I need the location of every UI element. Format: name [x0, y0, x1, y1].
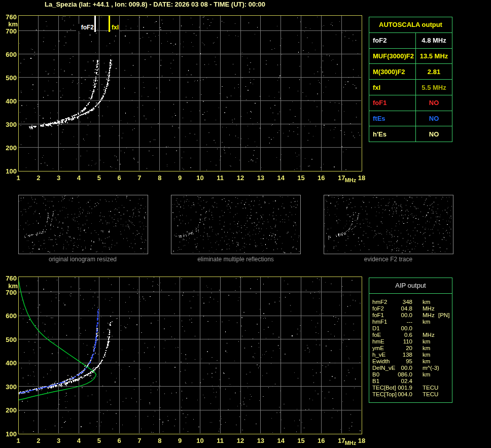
autoscala-row-fof1: foF1NO: [369, 95, 452, 111]
aip-value: 348: [395, 299, 412, 305]
aip-row-h-ve: h_vE138km: [369, 352, 452, 358]
aip-unit: km: [423, 338, 430, 344]
aip-label: B0: [372, 371, 379, 377]
autoscala-row-value: NO: [415, 111, 452, 126]
aip-unit: MHz: [423, 312, 435, 318]
aip-output-table: AIP output hmF2348kmfoF204.8MHzfoF100.0M…: [369, 278, 452, 403]
x-tick-label: 15: [295, 437, 307, 444]
aip-value: 004.0: [395, 391, 412, 397]
x-tick-label: 16: [315, 437, 327, 444]
aip-unit: km: [423, 358, 430, 364]
aip-value: 20: [395, 345, 412, 351]
autoscala-table-header: AUTOSCALA output: [369, 17, 452, 32]
aip-unit: km: [423, 345, 430, 351]
aip-value: 001.9: [395, 385, 412, 391]
aip-label: hmF1: [372, 319, 387, 325]
aip-value: 02.4: [395, 378, 412, 384]
autoscala-row-value: NO: [415, 95, 452, 111]
aip-row-hmf1: hmF1---km: [369, 319, 452, 325]
aip-row-tec-bot-: TEC[Bot]001.9TECU: [369, 385, 452, 391]
autoscala-row-value: 2.81: [415, 64, 452, 79]
window-title: La_Spezia (lat: +44.1 , lon: 009.8) - DA…: [45, 1, 265, 8]
aip-label: TEC[Bot]: [372, 385, 396, 391]
y-axis-unit-label: km: [2, 282, 18, 290]
y-tick-label: 700: [2, 289, 17, 296]
aip-row-hmf2: hmF2348km: [369, 299, 452, 305]
aip-row-foe: foE0.6MHz: [369, 332, 452, 338]
aip-value: 138: [395, 352, 412, 358]
autoscala-row-label: h'Es: [369, 126, 415, 142]
aip-value: 086.0: [395, 371, 412, 377]
x-tick-label: 3: [53, 437, 65, 444]
autoscala-row-label: MUF(3000)F2: [369, 49, 415, 64]
fxi-marker-label: fxI: [111, 24, 119, 31]
x-tick-label: 12: [234, 437, 247, 444]
aip-unit: km: [423, 371, 430, 377]
aip-unit: m^(-3): [423, 365, 439, 371]
y-tick-label: 100: [2, 430, 17, 438]
x-axis-unit-label: MHz: [344, 177, 357, 183]
x-tick-label: 4: [73, 437, 85, 444]
x-tick-label: 13: [255, 174, 267, 182]
x-tick-label: 10: [194, 174, 206, 182]
aip-unit: MHz: [423, 305, 435, 312]
y-tick-label: 400: [2, 359, 17, 367]
aip-value: 00.0: [395, 312, 412, 318]
y-tick-label: 300: [2, 383, 17, 391]
x-tick-label: 13: [255, 437, 267, 444]
x-tick-label: 14: [275, 437, 287, 444]
x-tick-label: 6: [113, 174, 125, 182]
x-tick-label: 7: [133, 174, 146, 182]
y-tick-label: 400: [2, 97, 17, 105]
aip-row-b0: B0086.0km: [369, 371, 452, 378]
aip-unit: TECU: [423, 391, 438, 397]
aip-value: 0.6: [395, 332, 412, 338]
aip-label: h_vE: [372, 352, 385, 358]
y-tick-label: 300: [2, 121, 17, 128]
x-tick-label: 1: [12, 437, 24, 444]
x-tick-label: 8: [154, 174, 166, 182]
aip-value: ---: [395, 319, 412, 325]
x-tick-label: 9: [174, 174, 186, 182]
x-tick-label: 4: [73, 174, 85, 182]
aip-label: hmE: [372, 338, 384, 344]
aip-label: foF2: [372, 305, 384, 312]
y-tick-label: 600: [2, 312, 17, 320]
aip-extra: [PN]: [438, 312, 449, 318]
aip-unit: MHz: [423, 332, 435, 338]
x-tick-label: 5: [93, 437, 105, 444]
aip-value: 00.0: [395, 365, 412, 371]
x-tick-label: 5: [93, 174, 105, 182]
aip-row-fof1: foF100.0MHz[PN]: [369, 312, 452, 319]
aip-row-hme: hmE110km: [369, 338, 452, 345]
aip-row-deln-ve: DelN_vE00.0m^(-3): [369, 365, 452, 371]
autoscala-row-label: ftEs: [369, 111, 415, 126]
x-tick-label: 3: [53, 174, 65, 182]
autoscala-row-h-es: h'EsNO: [369, 126, 452, 142]
thumbnail-caption-eliminate: eliminate multiple reflections: [171, 256, 300, 263]
autoscala-row-muf-3000-f2: MUF(3000)F213.5 MHz: [369, 48, 452, 64]
aip-value: 110: [395, 338, 412, 344]
y-tick-label: 100: [2, 167, 17, 175]
aip-unit: km: [423, 352, 430, 358]
y-tick-label: 760: [2, 13, 17, 21]
x-tick-label: 8: [154, 437, 166, 444]
aip-value: 00.0: [395, 325, 412, 331]
autoscala-row-label: foF2: [369, 33, 415, 48]
x-tick-label: 15: [295, 174, 307, 182]
aip-label: DelN_vE: [372, 365, 395, 371]
y-tick-label: 600: [2, 51, 17, 58]
x-tick-label: 11: [214, 437, 226, 444]
y-axis-unit-label: km: [2, 20, 18, 28]
y-tick-label: 760: [2, 274, 17, 282]
autoscala-row-value: NO: [415, 126, 452, 142]
aip-label: TEC[Top]: [372, 391, 397, 397]
autoscala-row-value: 5.5 MHz: [415, 80, 452, 95]
autoscala-row-fof2: foF24.8 MHz: [369, 32, 452, 48]
aip-label: Ewidth: [372, 358, 390, 364]
autoscala-row-value: 13.5 MHz: [415, 49, 452, 64]
x-axis-unit-label: MHz: [344, 440, 357, 446]
aip-row-b1: B102.4: [369, 378, 452, 385]
aip-row-tec-top-: TEC[Top]004.0TECU: [369, 391, 452, 398]
y-tick-label: 200: [2, 144, 17, 152]
